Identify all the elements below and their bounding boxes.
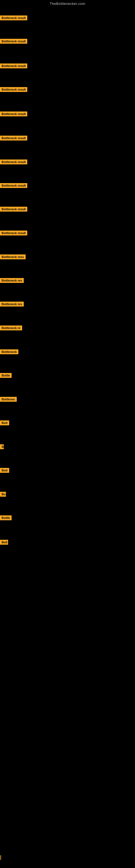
bottleneck-result-badge[interactable]: Bottlenec: [0, 397, 17, 402]
bottleneck-result-badge[interactable]: Bottleneck result: [0, 230, 27, 236]
bottleneck-badge-row: Bottleneck resu: [0, 254, 26, 260]
bottleneck-badge-row: Bottleneck result: [0, 207, 27, 213]
bottleneck-badge-row: Bo: [0, 492, 6, 498]
bottleneck-result-badge[interactable]: Bottleneck re: [0, 326, 22, 330]
bottleneck-badge-row: B: [0, 444, 4, 450]
bottleneck-badge-row: Bottleneck result: [0, 135, 27, 142]
bottleneck-badge-row: Bottle: [0, 516, 12, 521]
bottleneck-result-badge[interactable]: Bottleneck resu: [0, 254, 26, 259]
bottleneck-result-badge[interactable]: Bolt: [0, 540, 8, 545]
bottleneck-badge-row: Bott: [0, 468, 9, 474]
bottleneck-badge-row: Bottleneck result: [0, 112, 27, 118]
bottleneck-badge-row: Bottleneck result: [0, 183, 27, 189]
bottleneck-result-badge[interactable]: Bottleneck result: [0, 39, 27, 44]
bottleneck-result-badge[interactable]: Bottleneck: [0, 349, 18, 354]
cursor-position: |: [0, 855, 1, 860]
bottleneck-badge-row: Bottleneck result: [0, 230, 27, 237]
bottleneck-result-badge[interactable]: Bo: [0, 492, 6, 497]
bottleneck-result-badge[interactable]: Bottle: [0, 373, 12, 378]
bottleneck-result-badge[interactable]: Bottleneck result: [0, 159, 27, 164]
bottleneck-result-badge[interactable]: Bottleneck res: [0, 302, 24, 307]
bottleneck-badge-row: Bottleneck re: [0, 326, 22, 332]
bottleneck-badge-row: Bottleneck res: [0, 278, 24, 284]
bottleneck-badge-row: Bottleneck result: [0, 159, 27, 165]
site-title: TheBottlenecker.com: [0, 0, 135, 7]
bottleneck-badge-row: Bottleneck result: [0, 63, 27, 69]
bottleneck-result-badge[interactable]: Bottleneck result: [0, 183, 27, 188]
bottleneck-result-badge[interactable]: Bottleneck result: [0, 87, 27, 92]
bottleneck-result-badge[interactable]: Bottleneck result: [0, 207, 27, 212]
bottleneck-result-badge[interactable]: Bottle: [0, 516, 12, 520]
bottleneck-result-badge[interactable]: Bottleneck result: [0, 63, 27, 68]
bottleneck-result-badge[interactable]: Bottleneck result: [0, 135, 27, 141]
bottleneck-badge-row: Bottleneck result: [0, 87, 27, 93]
bottleneck-result-badge[interactable]: Bott: [0, 468, 9, 473]
bottleneck-result-badge[interactable]: B: [0, 444, 4, 449]
bottleneck-badge-row: Bott: [0, 421, 9, 426]
bottleneck-badge-row: Bottlenec: [0, 397, 17, 403]
bottleneck-badge-row: Bolt: [0, 540, 8, 546]
bottleneck-result-badge[interactable]: Bottleneck res: [0, 278, 24, 283]
bottleneck-result-badge[interactable]: Bottleneck result: [0, 16, 27, 20]
bottleneck-badge-row: Bottleneck result: [0, 39, 27, 45]
bottleneck-badge-row: Bottle: [0, 373, 12, 379]
bottleneck-badge-row: Bottleneck: [0, 349, 18, 355]
bottleneck-result-badge[interactable]: Bott: [0, 421, 9, 425]
bottleneck-result-badge[interactable]: Bottleneck result: [0, 112, 27, 116]
bottleneck-badge-row: Bottleneck res: [0, 302, 24, 308]
bottleneck-badge-row: Bottleneck result: [0, 16, 27, 22]
